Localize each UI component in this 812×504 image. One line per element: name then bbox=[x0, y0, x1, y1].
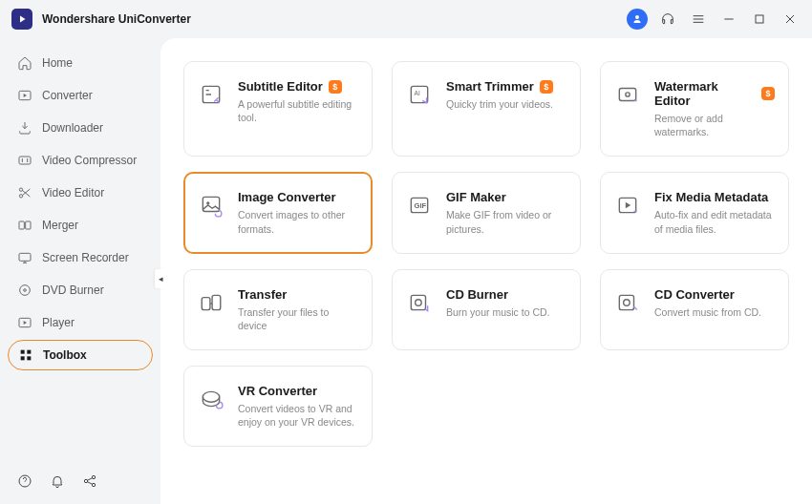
tool-grid: Subtitle Editor$A powerful subtitle edit… bbox=[183, 61, 789, 447]
svg-point-8 bbox=[20, 285, 31, 296]
tool-icon bbox=[406, 289, 433, 316]
disc-icon bbox=[17, 283, 32, 298]
tool-desc: Auto-fix and edit metadata of media file… bbox=[654, 208, 775, 235]
share-icon[interactable] bbox=[82, 473, 97, 489]
tool-icon bbox=[614, 192, 641, 219]
tool-card[interactable]: TransferTransfer your files to device bbox=[183, 269, 373, 350]
tool-title: Smart Trimmer bbox=[446, 79, 534, 94]
window-close-button[interactable] bbox=[780, 9, 801, 30]
tool-card[interactable]: CD ConverterConvert music from CD. bbox=[600, 269, 789, 350]
sidebar-item-video-compressor[interactable]: Video Compressor bbox=[8, 145, 153, 176]
sidebar-item-screen-recorder[interactable]: Screen Recorder bbox=[8, 242, 153, 273]
sidebar-item-label: Video Compressor bbox=[42, 154, 137, 167]
play-icon bbox=[17, 315, 32, 330]
svg-rect-22 bbox=[619, 89, 635, 101]
merger-icon bbox=[17, 218, 32, 233]
tool-desc: Burn your music to CD. bbox=[446, 305, 566, 319]
menu-hamburger-icon[interactable] bbox=[688, 9, 709, 30]
tool-icon bbox=[614, 81, 641, 108]
tool-card[interactable]: Image ConverterConvert images to other f… bbox=[183, 172, 373, 253]
premium-badge-icon: $ bbox=[761, 87, 775, 100]
tool-title: CD Converter bbox=[654, 287, 735, 302]
svg-rect-14 bbox=[27, 356, 31, 360]
svg-rect-29 bbox=[202, 297, 210, 309]
sidebar-item-downloader[interactable]: Downloader bbox=[8, 113, 153, 143]
svg-rect-6 bbox=[26, 221, 31, 229]
app-logo-icon bbox=[11, 9, 32, 30]
sidebar-item-player[interactable]: Player bbox=[8, 307, 153, 338]
svg-rect-31 bbox=[411, 295, 425, 309]
sidebar-item-label: Player bbox=[42, 316, 75, 329]
svg-point-18 bbox=[92, 483, 95, 486]
sidebar-item-toolbox[interactable]: Toolbox bbox=[8, 340, 153, 370]
tool-card[interactable]: VR ConverterConvert videos to VR and enj… bbox=[183, 366, 373, 447]
download-icon bbox=[17, 120, 32, 136]
tool-card[interactable]: Watermark Editor$Remove or add watermark… bbox=[600, 61, 789, 157]
tool-desc: Remove or add watermarks. bbox=[654, 112, 775, 138]
scissors-icon bbox=[17, 185, 32, 200]
svg-rect-2 bbox=[19, 157, 31, 164]
svg-rect-5 bbox=[19, 221, 24, 229]
sidebar: Home Converter Downloader Video Compress… bbox=[0, 38, 160, 504]
tool-icon bbox=[198, 81, 224, 108]
sidebar-item-video-editor[interactable]: Video Editor bbox=[8, 178, 153, 208]
app-title: Wondershare UniConverter bbox=[42, 12, 191, 26]
svg-rect-30 bbox=[212, 295, 221, 309]
svg-point-25 bbox=[206, 202, 209, 205]
main-panel: Subtitle Editor$A powerful subtitle edit… bbox=[160, 38, 812, 504]
tool-desc: A powerful subtitle editing tool. bbox=[238, 97, 358, 124]
tool-title: Image Converter bbox=[238, 190, 336, 204]
tool-card[interactable]: GIFGIF MakerMake GIF from video or pictu… bbox=[392, 172, 581, 253]
toolbox-grid-icon bbox=[18, 347, 33, 363]
tool-title: Transfer bbox=[238, 287, 287, 302]
tool-desc: Convert videos to VR and enjoy on your V… bbox=[238, 402, 358, 429]
tool-icon bbox=[198, 192, 224, 219]
converter-icon bbox=[17, 88, 32, 103]
svg-point-34 bbox=[624, 299, 630, 305]
tool-icon bbox=[198, 386, 224, 412]
bell-icon[interactable] bbox=[50, 473, 65, 489]
svg-rect-12 bbox=[27, 350, 31, 354]
svg-point-9 bbox=[24, 289, 27, 292]
account-avatar-icon[interactable] bbox=[627, 9, 648, 30]
sidebar-item-merger[interactable]: Merger bbox=[8, 210, 153, 241]
tool-icon bbox=[614, 289, 641, 316]
sidebar-item-label: Toolbox bbox=[43, 348, 87, 362]
sidebar-item-home[interactable]: Home bbox=[8, 48, 153, 78]
tool-title: VR Converter bbox=[238, 384, 317, 398]
sidebar-item-label: Converter bbox=[42, 89, 93, 102]
tool-card[interactable]: Fix Media MetadataAuto-fix and edit meta… bbox=[600, 172, 789, 253]
sidebar-item-dvd-burner[interactable]: DVD Burner bbox=[8, 275, 153, 305]
sidebar-nav: Home Converter Downloader Video Compress… bbox=[8, 48, 153, 468]
support-headset-icon[interactable] bbox=[657, 9, 678, 30]
window-minimize-button[interactable] bbox=[718, 9, 739, 30]
chevron-left-icon: ◂ bbox=[159, 274, 163, 284]
sidebar-item-label: Video Editor bbox=[42, 186, 104, 200]
sidebar-item-label: Home bbox=[42, 56, 73, 70]
tool-desc: Transfer your files to device bbox=[238, 305, 358, 332]
tool-desc: Quicky trim your videos. bbox=[446, 97, 566, 111]
svg-point-17 bbox=[92, 475, 95, 478]
svg-point-16 bbox=[84, 479, 87, 482]
sidebar-item-label: Merger bbox=[42, 219, 78, 232]
sidebar-item-converter[interactable]: Converter bbox=[8, 80, 153, 111]
tool-desc: Convert images to other formats. bbox=[238, 208, 358, 235]
premium-badge-icon: $ bbox=[329, 80, 342, 94]
window-maximize-button[interactable] bbox=[749, 9, 770, 30]
svg-point-23 bbox=[626, 93, 630, 96]
sidebar-item-label: DVD Burner bbox=[42, 284, 104, 297]
tool-title: CD Burner bbox=[446, 287, 508, 302]
svg-rect-24 bbox=[203, 198, 219, 212]
compressor-icon bbox=[17, 153, 32, 168]
tool-title: Watermark Editor bbox=[654, 79, 756, 108]
help-icon[interactable] bbox=[17, 473, 32, 489]
tool-icon: GIF bbox=[406, 192, 433, 219]
sidebar-collapse-handle[interactable]: ◂ bbox=[155, 269, 166, 288]
tool-card[interactable]: CD BurnerBurn your music to CD. bbox=[392, 269, 581, 350]
premium-badge-icon: $ bbox=[540, 80, 553, 94]
tool-card[interactable]: AISmart Trimmer$Quicky trim your videos. bbox=[392, 61, 581, 157]
sidebar-item-label: Screen Recorder bbox=[42, 251, 129, 264]
tool-title: GIF Maker bbox=[446, 190, 506, 204]
svg-rect-13 bbox=[21, 356, 25, 360]
tool-card[interactable]: Subtitle Editor$A powerful subtitle edit… bbox=[183, 61, 373, 157]
